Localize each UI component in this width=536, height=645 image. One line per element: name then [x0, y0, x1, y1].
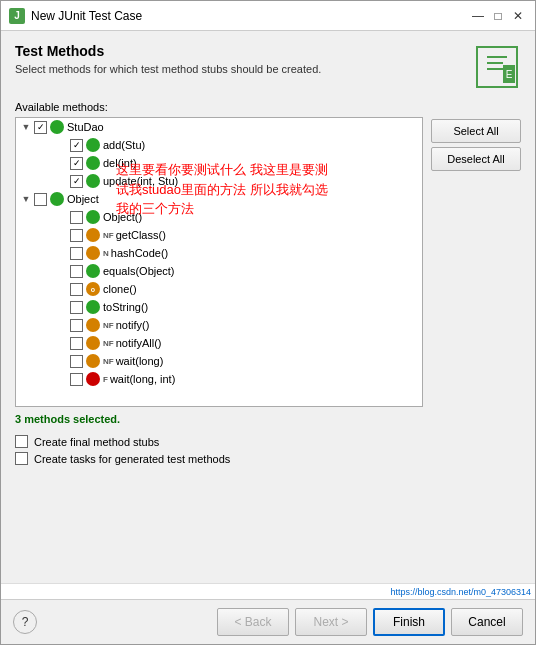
buttons-panel: Select All Deselect All: [431, 117, 521, 407]
tree-container[interactable]: ▼ ✓ StuDao ✓ add(Stu) ✓ del(int: [15, 117, 423, 407]
checkbox-waitlongint[interactable]: [70, 373, 83, 386]
checkbox-object-ctor[interactable]: [70, 211, 83, 224]
checkbox-tostring[interactable]: [70, 301, 83, 314]
method-icon-add: [86, 138, 100, 152]
label-hashcode: hashCode(): [111, 247, 168, 259]
checkbox-object[interactable]: [34, 193, 47, 206]
checkbox-final-stubs[interactable]: [15, 435, 28, 448]
label-notifyall: notifyAll(): [116, 337, 162, 349]
deselect-all-button[interactable]: Deselect All: [431, 147, 521, 171]
tree-item-notify[interactable]: NF notify(): [16, 316, 422, 334]
available-methods-label: Available methods:: [15, 101, 521, 113]
badge-notify: NF: [103, 321, 114, 330]
main-window: J New JUnit Test Case — □ ✕ Test Methods…: [0, 0, 536, 645]
label-clone: clone(): [103, 283, 137, 295]
spacer: [56, 229, 68, 241]
window-controls: — □ ✕: [469, 7, 527, 25]
spacer: [56, 283, 68, 295]
checkboxes-section: Create final method stubs Create tasks f…: [15, 431, 521, 477]
label-tasks: Create tasks for generated test methods: [34, 453, 230, 465]
spacer: [56, 175, 68, 187]
header-left: Test Methods Select methods for which te…: [15, 43, 321, 75]
method-icon-tostring: [86, 300, 100, 314]
checkbox-add[interactable]: ✓: [70, 139, 83, 152]
method-icon-waitlong: [86, 354, 100, 368]
tree-item-add[interactable]: ✓ add(Stu): [16, 136, 422, 154]
label-object: Object: [67, 193, 99, 205]
window-title: New JUnit Test Case: [31, 9, 463, 23]
spacer: [56, 265, 68, 277]
tree-item-tostring[interactable]: toString(): [16, 298, 422, 316]
spacer: [56, 337, 68, 349]
url-text: https://blog.csdn.net/m0_47306314: [390, 587, 531, 597]
checkbox-update[interactable]: ✓: [70, 175, 83, 188]
spacer: [56, 247, 68, 259]
label-tostring: toString(): [103, 301, 148, 313]
tree-item-waitlongint[interactable]: F wait(long, int): [16, 370, 422, 388]
checkbox-row-final: Create final method stubs: [15, 435, 521, 448]
badge-hashcode: N: [103, 249, 109, 258]
spacer: [56, 355, 68, 367]
label-final-stubs: Create final method stubs: [34, 436, 159, 448]
checkbox-hashcode[interactable]: [70, 247, 83, 260]
checkbox-row-tasks: Create tasks for generated test methods: [15, 452, 521, 465]
checkbox-notify[interactable]: [70, 319, 83, 332]
label-waitlong: wait(long): [116, 355, 164, 367]
label-getclass: getClass(): [116, 229, 166, 241]
checkbox-equals[interactable]: [70, 265, 83, 278]
svg-text:E: E: [506, 69, 513, 80]
spacer: [56, 301, 68, 313]
label-add: add(Stu): [103, 139, 145, 151]
checkbox-del[interactable]: ✓: [70, 157, 83, 170]
header-section: Test Methods Select methods for which te…: [15, 43, 521, 91]
spacer: [56, 211, 68, 223]
close-button[interactable]: ✕: [509, 7, 527, 25]
class-icon-studao: [50, 120, 64, 134]
select-all-button[interactable]: Select All: [431, 119, 521, 143]
junit-icon: E: [475, 45, 519, 89]
class-icon-object: [50, 192, 64, 206]
spacer: [56, 319, 68, 331]
tree-item-studao[interactable]: ▼ ✓ StuDao: [16, 118, 422, 136]
method-icon-object-ctor: [86, 210, 100, 224]
checkbox-tasks[interactable]: [15, 452, 28, 465]
checkbox-notifyall[interactable]: [70, 337, 83, 350]
badge-waitlongint: F: [103, 375, 108, 384]
tree-item-notifyall[interactable]: NF notifyAll(): [16, 334, 422, 352]
tree-item-waitlong[interactable]: NF wait(long): [16, 352, 422, 370]
main-content: Test Methods Select methods for which te…: [1, 31, 535, 583]
tree-item-clone[interactable]: o clone(): [16, 280, 422, 298]
page-title: Test Methods: [15, 43, 321, 59]
status-bar: 3 methods selected.: [15, 407, 521, 431]
tree-item-getclass[interactable]: NF getClass(): [16, 226, 422, 244]
methods-panel: ▼ ✓ StuDao ✓ add(Stu) ✓ del(int: [15, 117, 521, 407]
method-icon-equals: [86, 264, 100, 278]
next-button[interactable]: Next >: [295, 608, 367, 636]
method-icon-del: [86, 156, 100, 170]
expand-icon-object: ▼: [20, 193, 32, 205]
badge-waitlong: NF: [103, 357, 114, 366]
window-icon: J: [9, 8, 25, 24]
label-equals: equals(Object): [103, 265, 175, 277]
page-subtitle: Select methods for which test method stu…: [15, 63, 321, 75]
tree-item-hashcode[interactable]: N hashCode(): [16, 244, 422, 262]
checkbox-waitlong[interactable]: [70, 355, 83, 368]
cancel-button[interactable]: Cancel: [451, 608, 523, 636]
method-icon-notify: [86, 318, 100, 332]
badge-getclass: NF: [103, 231, 114, 240]
method-icon-waitlongint: [86, 372, 100, 386]
back-button[interactable]: < Back: [217, 608, 289, 636]
method-icon-update: [86, 174, 100, 188]
maximize-button[interactable]: □: [489, 7, 507, 25]
help-button[interactable]: ?: [13, 610, 37, 634]
finish-button[interactable]: Finish: [373, 608, 445, 636]
checkbox-clone[interactable]: [70, 283, 83, 296]
spacer: [56, 139, 68, 151]
label-studao: StuDao: [67, 121, 104, 133]
checkbox-getclass[interactable]: [70, 229, 83, 242]
minimize-button[interactable]: —: [469, 7, 487, 25]
spacer: [56, 157, 68, 169]
checkbox-studao[interactable]: ✓: [34, 121, 47, 134]
label-notify: notify(): [116, 319, 150, 331]
tree-item-equals[interactable]: equals(Object): [16, 262, 422, 280]
